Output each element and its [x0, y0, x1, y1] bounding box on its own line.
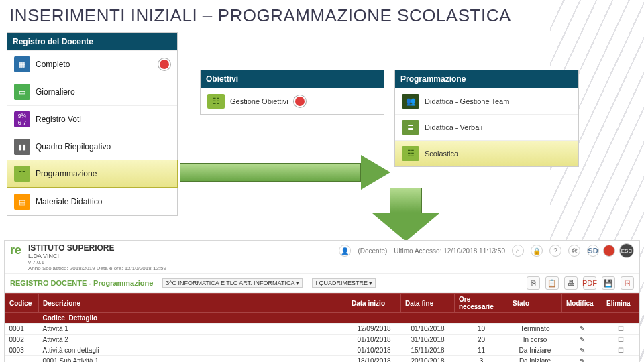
item-scolastica[interactable]: ☷Scolastica [395, 140, 578, 166]
year-label: Anno Scolastico: 2018/2019 Data e ora: 1… [28, 265, 166, 272]
nav-quadro-riepilogativo[interactable]: ▮▮Quadro Riepilogativo [7, 133, 177, 160]
nav-giornaliero[interactable]: ▭Giornaliero [7, 78, 177, 105]
breadcrumb: REGISTRO DOCENTE - Programmazione [10, 279, 153, 287]
user-icon[interactable]: 👤 [339, 245, 351, 257]
edit-icon[interactable]: ✎ [562, 335, 602, 345]
nav-programmazione[interactable]: ☷Programmazione [7, 160, 178, 188]
item-gestione-obiettivi[interactable]: ☷Gestione Obiettivi [201, 88, 384, 114]
team-icon: 👥 [402, 94, 419, 109]
panel-obiettivi: Obiettivi ☷Gestione Obiettivi [200, 70, 384, 115]
delete-checkbox[interactable]: ☐ [602, 324, 639, 335]
app-window: re ISTITUTO SUPERIORE L.DA VINCI v 7.0.1… [4, 240, 640, 362]
table-row[interactable]: 0003Attività con dettagli01/10/201815/11… [5, 345, 639, 356]
panel-registro-docente: Registro del Docente ▦Completo ▭Giornali… [7, 32, 178, 216]
last-access: Ultimo Accesso: 12/10/2018 11:13:50 [394, 245, 505, 257]
panel-header: Registro del Docente [7, 33, 177, 50]
arrow-down-icon [372, 188, 439, 241]
edit-icon[interactable]: ✎ [562, 324, 602, 335]
table-header-row: Codice Descrizione Data inizio Data fine… [5, 294, 639, 313]
save-icon[interactable]: 💾 [602, 276, 615, 290]
panel-programmazione: Programmazione 👥Didattica - Gestione Tea… [394, 70, 579, 167]
nav-registro-voti[interactable]: 9¼6·7Registro Voti [7, 105, 177, 133]
table-subheader-row: Codice Dettaglio [5, 313, 639, 324]
tree-icon: ☷ [402, 146, 419, 161]
item-didattica-verbali[interactable]: ≣Didattica - Verbali [395, 114, 578, 140]
nav-completo[interactable]: ▦Completo [7, 50, 177, 78]
new-badge-icon [294, 95, 306, 107]
app-subheader: REGISTRO DOCENTE - Programmazione 3^C IN… [5, 274, 639, 293]
tree-icon: ☷ [14, 166, 30, 182]
lock-icon[interactable]: 🔒 [531, 245, 543, 257]
day-icon: ▭ [14, 84, 30, 100]
delete-checkbox[interactable]: ☐ [602, 335, 639, 345]
version: v 7.0.1 [28, 259, 166, 265]
app-logo: re [10, 243, 21, 257]
activities-table: Codice Descrizione Data inizio Data fine… [5, 293, 639, 362]
paste-icon[interactable]: 📋 [545, 276, 559, 290]
table-row[interactable]: 0001Attività 112/09/201801/10/201810Term… [5, 324, 639, 335]
material-icon: ▤ [14, 194, 30, 210]
edit-icon[interactable]: ✎ [562, 345, 602, 356]
programmazione-header: Programmazione [395, 70, 578, 88]
app-header: re ISTITUTO SUPERIORE L.DA VINCI v 7.0.1… [5, 241, 639, 274]
help-icon[interactable]: ? [549, 245, 561, 257]
grades-icon: 9¼6·7 [14, 111, 30, 127]
copy-icon[interactable]: ⎘ [527, 276, 540, 290]
tree-icon: ☷ [207, 94, 225, 109]
new-badge-icon [158, 58, 170, 70]
print-icon[interactable]: 🖶 [564, 276, 578, 290]
edit-icon[interactable]: ✎ [562, 356, 602, 363]
red-dot-icon[interactable] [603, 245, 615, 257]
institute-name: ISTITUTO SUPERIORE [28, 243, 166, 253]
page-title: INSERIMENTI INIZIALI – PROGRAMMAZIONE SC… [0, 0, 644, 30]
institute-sub: L.DA VINCI [28, 253, 166, 259]
table-row[interactable]: 0002Attività 201/10/201831/10/201820In c… [5, 335, 639, 345]
exit-icon[interactable]: ⍈ [621, 276, 634, 290]
sd-label[interactable]: SD [587, 245, 599, 257]
arrow-right-icon [180, 158, 394, 187]
top-icon-row: 👤 (Docente) Ultimo Accesso: 12/10/2018 1… [339, 243, 634, 258]
table-row[interactable]: 0001 Sub Attività 118/10/201820/10/20183… [5, 356, 639, 363]
period-select[interactable]: I QUADRIMESTRE ▾ [312, 278, 376, 288]
delete-checkbox[interactable]: ☐ [602, 345, 639, 356]
nav-materiale-didattico[interactable]: ▤Materiale Didattico [7, 188, 177, 215]
user-role: (Docente) [358, 245, 387, 257]
esc-button[interactable]: ESC [619, 243, 634, 258]
item-didattica-team[interactable]: 👥Didattica - Gestione Team [395, 88, 578, 114]
home-icon[interactable]: ⌂ [512, 245, 524, 257]
pdf-icon[interactable]: PDF [583, 276, 596, 290]
right-icons: SD ESC [587, 243, 634, 258]
class-select[interactable]: 3^C INFORMATICA E TLC ART. INFORMATICA ▾ [162, 278, 303, 288]
obiettivi-header: Obiettivi [201, 70, 384, 88]
tools-icon[interactable]: 🛠 [568, 245, 580, 257]
delete-checkbox[interactable] [602, 356, 639, 363]
calendar-icon: ▦ [14, 56, 30, 72]
document-icon: ≣ [402, 120, 419, 135]
barchart-icon: ▮▮ [14, 139, 30, 155]
